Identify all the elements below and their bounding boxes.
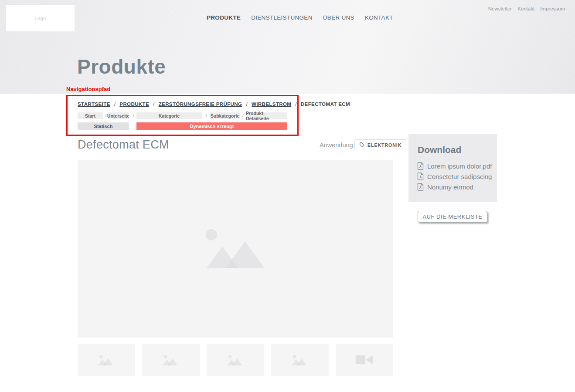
separator: / [153, 101, 155, 107]
download-link-3[interactable]: Nonumy eirmod [417, 183, 492, 191]
download-link-label: Consetetur sadipscing [427, 173, 492, 180]
logo-label: Logo [34, 16, 46, 21]
breadcrumb: STARTSEITE / PRODUKTE / ZERSTÖRUNGSFREIE… [78, 101, 350, 107]
utility-links: Newsletter Kontakt Impressum [488, 6, 565, 11]
download-title: Download [418, 145, 461, 155]
separator: / [105, 113, 106, 118]
annotation-label: Navigationspfad [66, 86, 110, 92]
tag-icon [359, 142, 365, 148]
breadcrumb-annotation-box: STARTSEITE / PRODUKTE / ZERSTÖRUNGSFREIE… [66, 95, 299, 136]
nav-item-produkte[interactable]: PRODUKTE [207, 14, 241, 21]
header: Logo PRODUKTE DIENSTLEISTUNGEN ÜBER UNS … [0, 0, 575, 94]
product-title: Defectomat ECM [78, 138, 169, 152]
nav-item-ueber-uns[interactable]: ÜBER UNS [323, 14, 354, 21]
utility-link-newsletter[interactable]: Newsletter [488, 6, 512, 11]
image-placeholder-icon [291, 354, 309, 366]
product-main-image [78, 160, 393, 338]
breadcrumb-level-chip-kategorie: Kategorie [136, 112, 202, 119]
thumbnail-image-2[interactable] [142, 344, 200, 376]
download-link-2[interactable]: Consetetur sadipscing [417, 172, 492, 180]
nav-item-kontakt[interactable]: KONTAKT [365, 14, 393, 21]
image-placeholder-icon [97, 354, 116, 366]
pdf-file-icon [417, 183, 424, 191]
breadcrumb-current: DEFECTOMAT ECM [301, 101, 350, 107]
separator: / [133, 113, 134, 118]
download-list: Lorem ipsum dolor.pdf Consetetur sadipsc… [417, 162, 492, 191]
utility-link-kontakt[interactable]: Kontakt [517, 6, 534, 11]
page-title: Produkte [77, 55, 166, 78]
image-placeholder-icon [226, 354, 245, 366]
separator: / [114, 101, 116, 107]
breadcrumb-link-wirbelstrom[interactable]: WIRBELSTROM [252, 101, 291, 107]
download-link-1[interactable]: Lorem ipsum dolor.pdf [417, 162, 492, 170]
separator: / [246, 101, 248, 107]
wishlist-button[interactable]: AUF DIE MERKLISTE [418, 211, 487, 223]
download-panel: Download Lorem ipsum dolor.pdf [408, 134, 497, 202]
image-placeholder-icon [203, 228, 268, 270]
product-detail-page: Logo PRODUKTE DIENSTLEISTUNGEN ÜBER UNS … [0, 0, 575, 392]
application-tag-button[interactable]: ELEKTRONIK [354, 139, 406, 150]
breadcrumb-level-chip-unterseite: Unterseite [108, 112, 129, 119]
pdf-file-icon [417, 172, 424, 180]
breadcrumb-level-chip-subkategorie: Subkategorie [210, 112, 240, 119]
application-tag-label: ELEKTRONIK [367, 142, 401, 148]
nav-item-dienstleistungen[interactable]: DIENSTLEISTUNGEN [251, 14, 313, 21]
image-placeholder-icon [162, 354, 180, 366]
thumbnail-image-4[interactable] [271, 344, 329, 376]
logo[interactable]: Logo [6, 5, 75, 31]
breadcrumb-link-startseite[interactable]: STARTSEITE [78, 101, 110, 107]
breadcrumb-link-produkte[interactable]: PRODUKTE [119, 101, 149, 107]
video-camera-icon [354, 354, 374, 366]
separator: / [242, 113, 244, 118]
pdf-file-icon [417, 162, 424, 170]
separator: / [295, 101, 297, 107]
thumbnail-video[interactable] [336, 344, 393, 376]
download-link-label: Lorem ipsum dolor.pdf [427, 162, 492, 170]
main-nav: PRODUKTE DIENSTLEISTUNGEN ÜBER UNS KONTA… [207, 14, 393, 21]
thumbnail-image-3[interactable] [207, 344, 264, 376]
separator: / [206, 113, 207, 118]
legend-dynamic: Dynamisch erzeugt [136, 122, 287, 130]
utility-link-impressum[interactable]: Impressum [540, 6, 565, 11]
download-link-label: Nonumy eirmod [427, 183, 473, 191]
breadcrumb-link-zerstoerungsfreie-pruefung[interactable]: ZERSTÖRUNGSFREIE PRÜFUNG [159, 101, 242, 107]
breadcrumb-level-chip-start: Start [78, 112, 103, 119]
legend-static: Statisch [78, 122, 129, 130]
application-label: Anwendung: [320, 142, 355, 149]
thumbnail-gallery [78, 344, 393, 376]
thumbnail-image-1[interactable] [78, 344, 135, 376]
breadcrumb-level-chip-produkt-detailseite: Produkt-Detailseite [246, 112, 287, 119]
